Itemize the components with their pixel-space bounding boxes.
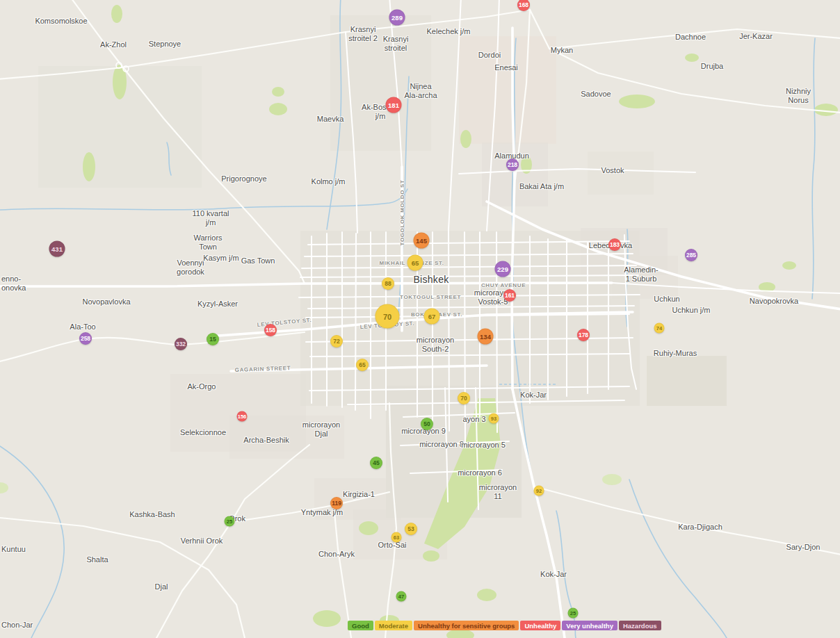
aqi-marker[interactable]: 119	[330, 497, 343, 509]
aqi-marker[interactable]: 332	[175, 338, 187, 350]
aqi-marker[interactable]: 289	[389, 10, 405, 26]
legend-item-very-unhealthy: Very unhealthy	[562, 621, 617, 630]
legend-item-moderate: Moderate	[375, 621, 412, 630]
aqi-marker[interactable]: 65	[356, 359, 369, 371]
aqi-legend: GoodModerateUnhealthy for sensitive grou…	[348, 621, 661, 630]
legend-item-usg: Unhealthy for sensitive groups	[414, 621, 519, 630]
aqi-marker[interactable]: 70	[458, 392, 470, 404]
aqi-marker[interactable]: 50	[421, 418, 433, 430]
legend-item-hazardous: Hazardous	[619, 621, 661, 630]
aqi-marker[interactable]: 65	[407, 255, 423, 271]
aqi-marker[interactable]: 156	[237, 411, 248, 422]
aqi-marker[interactable]: 45	[370, 457, 382, 469]
aqi-marker[interactable]: 74	[654, 323, 665, 334]
aqi-marker[interactable]: 72	[330, 335, 343, 347]
legend-item-good: Good	[348, 621, 373, 630]
aqi-marker[interactable]: 134	[478, 329, 494, 345]
aqi-marker[interactable]: 178	[577, 329, 590, 341]
aqi-marker[interactable]: 67	[424, 309, 440, 325]
map-tiles	[0, 0, 840, 638]
aqi-marker[interactable]: 229	[495, 261, 511, 277]
aqi-marker[interactable]: 183	[608, 238, 621, 251]
aqi-marker[interactable]: 47	[396, 591, 407, 602]
aqi-marker[interactable]: 53	[405, 523, 417, 535]
aqi-marker[interactable]: 92	[534, 486, 544, 496]
aqi-marker[interactable]: 25	[225, 516, 235, 527]
aqi-marker[interactable]: 158	[264, 324, 277, 336]
aqi-marker[interactable]: 93	[489, 414, 499, 424]
aqi-marker[interactable]: 145	[414, 233, 430, 249]
aqi-marker[interactable]: 88	[382, 277, 394, 290]
aqi-marker[interactable]: 218	[506, 158, 519, 171]
aqi-marker[interactable]: 431	[49, 241, 65, 257]
aqi-marker[interactable]: 63	[391, 532, 402, 543]
map-viewport[interactable]: KomsomolskoeAk-ZholStepnoyeKrasnyi stroi…	[0, 0, 840, 638]
aqi-marker[interactable]: 15	[207, 333, 219, 345]
aqi-marker[interactable]: 258	[79, 332, 92, 345]
aqi-marker[interactable]: 25	[568, 608, 579, 619]
legend-item-unhealthy: Unhealthy	[520, 621, 560, 630]
aqi-marker[interactable]: 285	[685, 249, 697, 261]
aqi-marker[interactable]: 181	[386, 97, 402, 113]
aqi-marker[interactable]: 70	[375, 304, 400, 329]
aqi-marker[interactable]: 161	[503, 289, 516, 302]
